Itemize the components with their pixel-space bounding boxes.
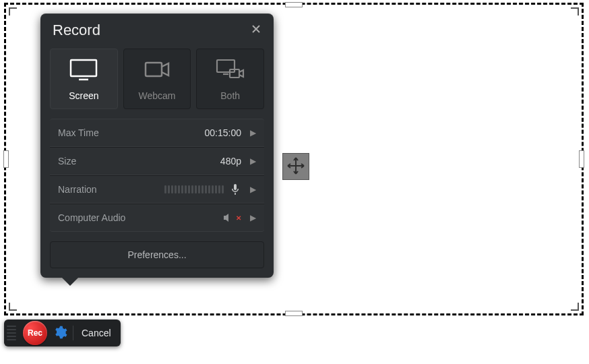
cancel-button[interactable]: Cancel (79, 328, 114, 338)
size-label: Size (58, 156, 76, 166)
mode-screen[interactable]: Screen (50, 49, 118, 109)
webcam-icon (142, 57, 173, 84)
chevron-right-icon: ▶ (249, 185, 256, 194)
record-label: Rec (28, 328, 42, 338)
speaker-muted-icon: ✕ (222, 212, 241, 224)
mute-x-icon: ✕ (236, 214, 241, 222)
resize-handle-right[interactable] (579, 150, 584, 168)
resize-handle-top[interactable] (285, 2, 303, 7)
corner-bracket-br (564, 296, 579, 311)
svg-rect-1 (146, 63, 162, 76)
option-max-time[interactable]: Max Time 00:15:00 ▶ (50, 119, 264, 147)
resize-handle-bottom[interactable] (285, 311, 303, 316)
mode-screen-label: Screen (69, 90, 98, 101)
computer-audio-label: Computer Audio (58, 212, 125, 223)
preferences-label: Preferences... (127, 249, 186, 260)
chevron-right-icon: ▶ (249, 128, 256, 138)
move-icon (286, 156, 305, 177)
record-button[interactable]: Rec (23, 321, 47, 345)
gear-icon (53, 325, 67, 342)
panel-title: Record (53, 22, 100, 39)
option-narration[interactable]: Narration ▶ (50, 175, 264, 204)
close-icon (251, 24, 261, 37)
both-icon (215, 57, 246, 84)
max-time-value: 00:15:00 (205, 127, 242, 138)
chevron-right-icon: ▶ (249, 213, 256, 222)
mode-both-label: Both (220, 90, 240, 101)
close-button[interactable] (251, 24, 261, 38)
settings-button[interactable] (53, 325, 67, 342)
chevron-right-icon: ▶ (249, 156, 256, 166)
corner-bracket-tr (564, 7, 579, 22)
narration-vu-meter (150, 185, 224, 194)
mode-webcam-label: Webcam (139, 90, 176, 101)
corner-bracket-bl (9, 296, 24, 311)
mode-webcam[interactable]: Webcam (123, 49, 191, 109)
mode-both[interactable]: Both (196, 49, 264, 109)
narration-label: Narration (58, 184, 97, 195)
svg-rect-2 (217, 60, 235, 72)
move-region-handle[interactable] (282, 153, 309, 180)
max-time-label: Max Time (58, 127, 99, 138)
option-computer-audio[interactable]: Computer Audio ✕ ▶ (50, 204, 264, 232)
size-value: 480p (220, 156, 241, 166)
toolbar-separator (73, 326, 73, 340)
record-panel: Record Screen Webcam (40, 13, 274, 278)
microphone-icon (229, 183, 241, 195)
option-size[interactable]: Size 480p ▶ (50, 147, 264, 175)
screen-icon (68, 57, 99, 84)
cancel-label: Cancel (82, 328, 111, 338)
corner-bracket-tl (9, 7, 24, 22)
preferences-button[interactable]: Preferences... (50, 241, 264, 268)
resize-handle-left[interactable] (3, 150, 9, 168)
svg-rect-0 (71, 60, 96, 76)
recorder-toolbar[interactable]: Rec Cancel (4, 320, 121, 346)
toolbar-grip[interactable] (7, 324, 16, 342)
